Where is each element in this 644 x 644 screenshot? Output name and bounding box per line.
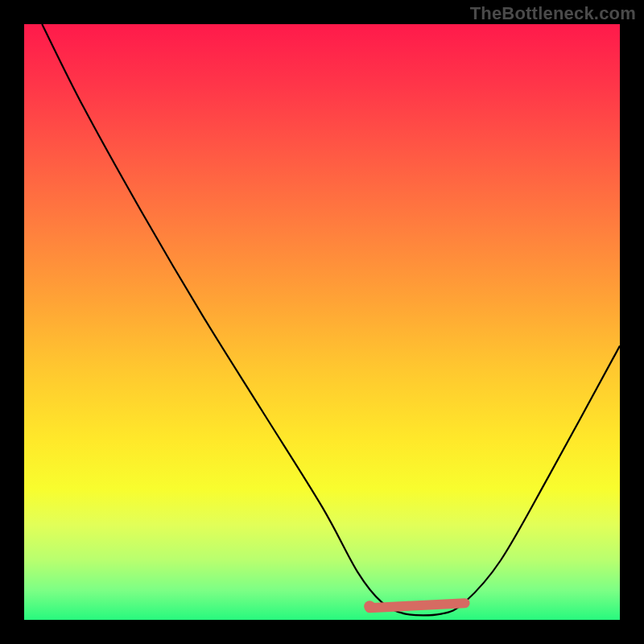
bottleneck-curve — [42, 24, 620, 615]
sweet-spot-range — [369, 603, 464, 608]
plot-area — [24, 24, 620, 620]
chart-svg — [24, 24, 620, 620]
sweet-spot-start-dot — [364, 601, 375, 612]
watermark-text: TheBottleneck.com — [470, 3, 636, 24]
chart-frame: TheBottleneck.com — [0, 0, 644, 644]
